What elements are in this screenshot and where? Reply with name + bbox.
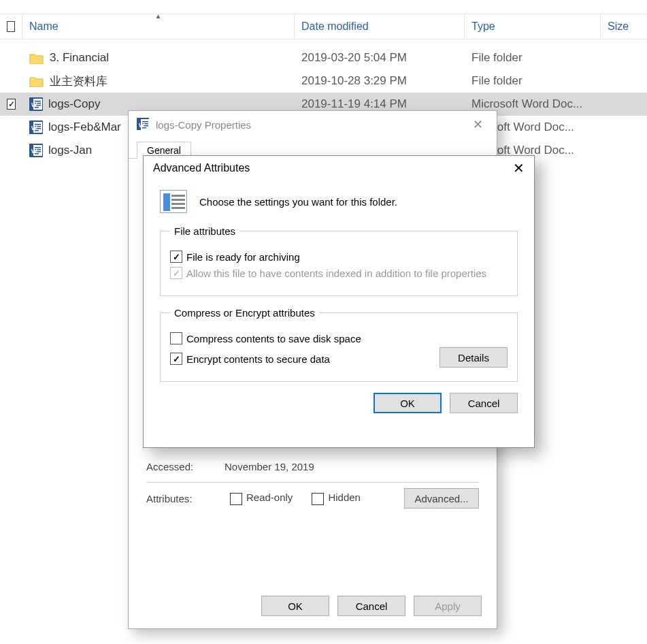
word-icon (29, 120, 43, 134)
header-checkbox[interactable] (7, 21, 15, 32)
folder-icon (29, 52, 44, 64)
column-name-label: Name (29, 20, 59, 33)
file-name: logs-Jan (48, 144, 92, 157)
file-attributes-legend: File attributes (170, 225, 239, 237)
column-size-label: Size (608, 20, 629, 33)
column-type[interactable]: Type (465, 14, 601, 39)
readonly-label: Read-only (246, 492, 293, 503)
encrypt-label: Encrypt contents to secure data (186, 353, 330, 365)
hidden-label: Hidden (328, 492, 361, 503)
archive-checkbox[interactable]: File is ready for archiving (170, 251, 508, 263)
checkbox-checked-icon (170, 251, 182, 263)
word-icon (29, 97, 43, 111)
column-date-label: Date modified (301, 20, 369, 33)
file-name: 3. Financial (50, 51, 109, 65)
hidden-checkbox[interactable]: Hidden (312, 492, 361, 504)
checkbox-checked-icon (170, 353, 182, 365)
ok-button[interactable]: OK (261, 596, 329, 616)
file-date: 2019-11-19 4:14 PM (295, 97, 465, 111)
index-label: Allow this file to have contents indexed… (186, 268, 486, 279)
details-button[interactable]: Details (439, 347, 508, 368)
sort-caret-icon: ▲ (155, 12, 162, 20)
row-checkbox[interactable] (7, 99, 16, 110)
compress-encrypt-legend: Compress or Encrypt attributes (170, 307, 319, 319)
index-checkbox: Allow this file to have contents indexed… (170, 267, 508, 279)
column-checkbox[interactable] (0, 14, 22, 39)
archive-label: File is ready for archiving (186, 251, 300, 263)
column-headers: Name ▲ Date modified Type Size (0, 14, 647, 39)
readonly-checkbox[interactable]: Read-only (230, 492, 293, 504)
advanced-button[interactable]: Advanced... (404, 488, 479, 509)
column-date[interactable]: Date modified (295, 14, 465, 39)
file-name: 业主资料库 (50, 74, 107, 89)
checkbox-unchecked-icon (170, 332, 182, 344)
close-icon[interactable]: ✕ (467, 114, 488, 135)
word-icon (29, 144, 43, 157)
properties-buttons: OK Cancel Apply (261, 596, 482, 616)
close-icon[interactable]: ✕ (513, 160, 525, 176)
file-row[interactable]: 3. Financial 2019-03-20 5:04 PM File fol… (0, 46, 647, 69)
column-type-label: Type (471, 20, 495, 33)
apply-button[interactable]: Apply (414, 596, 482, 616)
file-date: 2019-03-20 5:04 PM (295, 51, 465, 65)
encrypt-checkbox[interactable]: Encrypt contents to secure data (170, 353, 330, 365)
word-icon (137, 118, 150, 131)
accessed-label: Accessed: (146, 461, 211, 472)
checkbox-checked-disabled-icon (170, 267, 182, 279)
column-name[interactable]: Name ▲ (22, 14, 295, 39)
advanced-lead-text: Choose the settings you want for this fo… (199, 196, 397, 208)
accessed-value: November 19, 2019 (225, 461, 479, 472)
attributes-label: Attributes: (146, 493, 211, 504)
file-type: File folder (465, 51, 601, 65)
column-size[interactable]: Size (601, 14, 647, 39)
properties-titlebar[interactable]: logs-Copy Properties ✕ (129, 111, 497, 138)
advanced-attributes-dialog: Advanced Attributes ✕ Choose the setting… (143, 155, 535, 448)
settings-list-icon (160, 190, 187, 213)
compress-encrypt-group: Compress or Encrypt attributes Compress … (160, 307, 518, 382)
separator (146, 482, 479, 483)
properties-title: logs-Copy Properties (156, 119, 251, 131)
file-type: File folder (465, 74, 601, 88)
folder-icon (29, 75, 44, 87)
ok-button[interactable]: OK (374, 393, 442, 413)
cancel-button[interactable]: Cancel (337, 596, 405, 616)
advanced-title: Advanced Attributes (153, 162, 250, 174)
advanced-titlebar[interactable]: Advanced Attributes ✕ (144, 156, 534, 180)
file-name: logs-Copy (48, 97, 101, 111)
file-name: logs-Feb&Mar (48, 120, 121, 134)
compress-label: Compress contents to save disk space (186, 333, 361, 344)
compress-checkbox[interactable]: Compress contents to save disk space (170, 332, 508, 344)
file-date: 2019-10-28 3:29 PM (295, 74, 465, 88)
file-row[interactable]: 业主资料库 2019-10-28 3:29 PM File folder (0, 69, 647, 93)
file-type: Microsoft Word Doc... (465, 97, 601, 111)
file-attributes-group: File attributes File is ready for archiv… (160, 225, 518, 296)
cancel-button[interactable]: Cancel (450, 393, 518, 413)
